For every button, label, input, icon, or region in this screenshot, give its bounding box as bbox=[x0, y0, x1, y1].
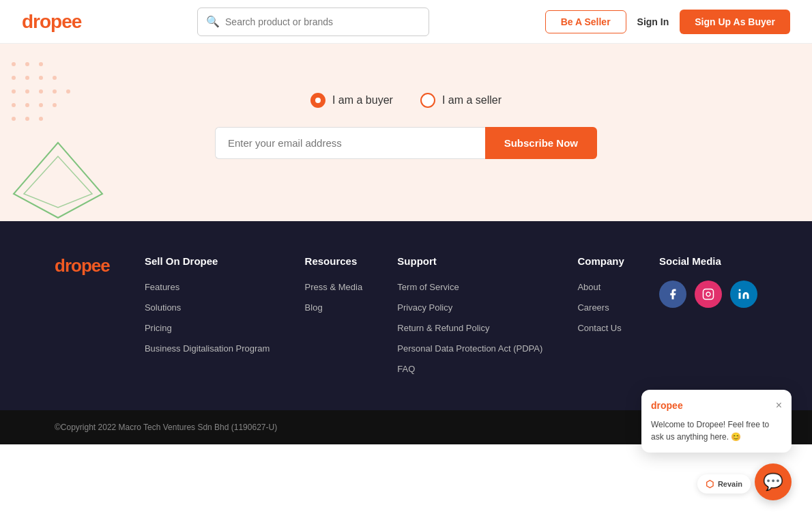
footer-link-about[interactable]: About bbox=[577, 282, 600, 292]
footer-link-careers[interactable]: Careers bbox=[577, 302, 609, 313]
footer-link-bdp[interactable]: Business Digitalisation Program bbox=[145, 343, 270, 354]
svg-point-12 bbox=[12, 103, 16, 107]
radio-seller[interactable]: I am a seller bbox=[420, 93, 502, 108]
svg-point-8 bbox=[25, 89, 29, 94]
svg-point-10 bbox=[53, 89, 57, 94]
footer-link-solutions[interactable]: Solutions bbox=[145, 302, 181, 313]
footer-logo: dropee bbox=[55, 255, 110, 276]
radio-buyer-circle bbox=[310, 93, 325, 108]
nav-right: Be A Seller Sign In Sign Up As Buyer bbox=[545, 10, 790, 34]
svg-point-0 bbox=[12, 62, 16, 66]
svg-point-3 bbox=[12, 76, 16, 80]
footer-link-privacy[interactable]: Privacy Policy bbox=[397, 302, 452, 313]
subscribe-button[interactable]: Subscribe Now bbox=[485, 127, 597, 159]
svg-point-24 bbox=[738, 289, 740, 291]
logo: dropee bbox=[22, 11, 81, 33]
chat-widget: dropee × Welcome to Dropee! Feel free to… bbox=[641, 390, 792, 453]
revain-badge[interactable]: ⬡ Revain bbox=[697, 474, 751, 494]
svg-point-4 bbox=[25, 76, 29, 80]
revain-label: Revain bbox=[718, 480, 742, 488]
social-icons bbox=[659, 281, 757, 308]
svg-point-11 bbox=[66, 89, 70, 94]
chat-body: Welcome to Dropee! Feel free to ask us a… bbox=[651, 418, 782, 443]
footer-col-resources-title: Resources bbox=[305, 255, 363, 267]
svg-point-7 bbox=[12, 89, 16, 94]
footer-col-social: Social Media bbox=[659, 255, 757, 383]
email-form: Subscribe Now bbox=[215, 127, 597, 159]
svg-point-18 bbox=[39, 117, 43, 121]
instagram-icon[interactable] bbox=[695, 281, 722, 308]
footer-col-sell: Sell On Dropee Features Solutions Pricin… bbox=[145, 255, 270, 383]
chat-message: Welcome to Dropee! Feel free to ask us a… bbox=[651, 420, 769, 442]
facebook-icon[interactable] bbox=[659, 281, 686, 308]
chat-close-button[interactable]: × bbox=[776, 399, 782, 412]
svg-point-2 bbox=[39, 62, 43, 66]
chat-fab-button[interactable]: 💬 bbox=[755, 463, 792, 500]
radio-seller-label: I am a seller bbox=[442, 94, 502, 106]
search-icon: 🔍 bbox=[206, 15, 220, 28]
be-seller-button[interactable]: Be A Seller bbox=[545, 10, 626, 33]
footer-top: dropee Sell On Dropee Features Solutions… bbox=[55, 255, 757, 383]
svg-rect-23 bbox=[738, 293, 740, 299]
footer-link-contact[interactable]: Contact Us bbox=[577, 323, 621, 333]
footer-col-social-title: Social Media bbox=[659, 255, 757, 267]
sign-in-button[interactable]: Sign In bbox=[637, 16, 669, 27]
footer-link-features[interactable]: Features bbox=[145, 282, 179, 292]
svg-marker-19 bbox=[14, 143, 102, 218]
radio-seller-circle bbox=[420, 93, 435, 108]
footer-col-support-title: Support bbox=[397, 255, 542, 267]
footer-col-sell-title: Sell On Dropee bbox=[145, 255, 270, 267]
svg-marker-20 bbox=[24, 156, 92, 208]
footer-logo-col: dropee bbox=[55, 255, 110, 383]
footer-col-resources: Resources Press & Media Blog bbox=[305, 255, 363, 383]
subscribe-section: I am a buyer I am a seller Subscribe Now bbox=[0, 44, 812, 221]
radio-buyer[interactable]: I am a buyer bbox=[310, 93, 393, 108]
chat-logo: dropee bbox=[651, 400, 683, 411]
svg-point-17 bbox=[25, 117, 29, 121]
chat-fab-icon: 💬 bbox=[763, 472, 783, 491]
footer-col-support: Support Term of Service Privacy Policy R… bbox=[397, 255, 542, 383]
svg-point-5 bbox=[39, 76, 43, 80]
svg-point-9 bbox=[39, 89, 43, 94]
footer-link-pricing[interactable]: Pricing bbox=[145, 323, 172, 333]
linkedin-icon[interactable] bbox=[730, 281, 757, 308]
svg-point-16 bbox=[12, 117, 16, 121]
svg-point-15 bbox=[53, 103, 57, 107]
navbar: dropee 🔍 Be A Seller Sign In Sign Up As … bbox=[0, 0, 812, 44]
svg-point-1 bbox=[25, 62, 29, 66]
footer-link-pdpa[interactable]: Personal Data Protection Act (PDPA) bbox=[397, 343, 542, 354]
svg-point-13 bbox=[25, 103, 29, 107]
search-bar[interactable]: 🔍 bbox=[197, 8, 429, 36]
footer-link-tos[interactable]: Term of Service bbox=[397, 282, 459, 292]
revain-icon: ⬡ bbox=[706, 479, 714, 489]
footer-link-faq[interactable]: FAQ bbox=[397, 364, 415, 374]
logo-text: dropee bbox=[22, 11, 81, 33]
footer-col-company: Company About Careers Contact Us bbox=[577, 255, 624, 383]
radio-buyer-label: I am a buyer bbox=[332, 94, 393, 106]
footer-col-company-title: Company bbox=[577, 255, 624, 267]
copyright-text: ©Copyright 2022 Macro Tech Ventures Sdn … bbox=[55, 423, 277, 432]
footer-link-blog[interactable]: Blog bbox=[305, 302, 323, 313]
email-input[interactable] bbox=[215, 127, 485, 159]
footer-link-refund[interactable]: Return & Refund Policy bbox=[397, 323, 489, 333]
decoration-left bbox=[0, 44, 116, 221]
radio-group: I am a buyer I am a seller bbox=[310, 93, 502, 108]
svg-point-6 bbox=[53, 76, 57, 80]
footer-link-press[interactable]: Press & Media bbox=[305, 282, 363, 292]
chat-header: dropee × bbox=[651, 399, 782, 412]
svg-point-14 bbox=[39, 103, 43, 107]
search-input[interactable] bbox=[225, 16, 420, 27]
sign-up-buyer-button[interactable]: Sign Up As Buyer bbox=[680, 10, 790, 34]
svg-rect-21 bbox=[703, 289, 713, 300]
